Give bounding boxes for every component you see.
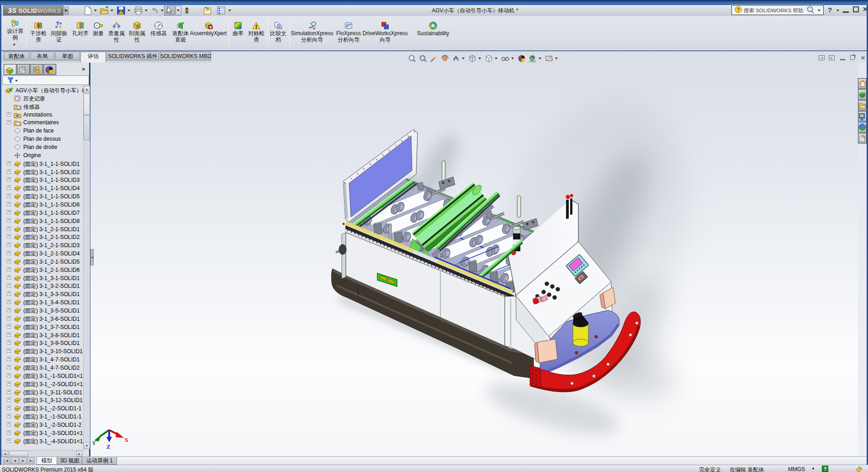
- svg-text:Y: Y: [92, 440, 96, 446]
- svg-text:?: ?: [737, 7, 740, 12]
- svg-text:X: X: [124, 436, 129, 443]
- svg-text:!: !: [121, 11, 122, 15]
- svg-text:Z: Z: [106, 443, 111, 450]
